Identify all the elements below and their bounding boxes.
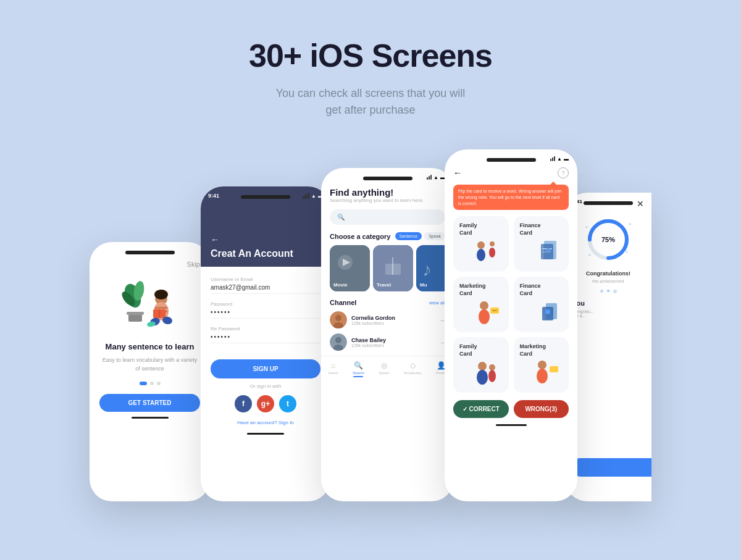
phone-flashcards: 9:41 ▲ ▬ ← ? Flip the card to receive a … [445, 149, 577, 501]
flash-card-1[interactable]: FamilyCard [453, 216, 509, 272]
category-tabs: Sentence Speak [395, 232, 445, 240]
skip-button[interactable]: Skip [187, 261, 200, 268]
svg-point-38 [480, 301, 488, 310]
home-indicator [496, 424, 527, 426]
svg-point-37 [546, 248, 550, 252]
search-bar[interactable]: 🔍 [330, 209, 445, 225]
svg-point-52 [585, 226, 588, 228]
svg-rect-4 [127, 312, 144, 315]
close-button[interactable]: ✕ [637, 199, 644, 209]
have-account-text: Have an account? Sign In [211, 420, 320, 425]
nav-active-indicator [353, 376, 363, 377]
wifi-icon: ▲ [311, 193, 316, 199]
svg-point-45 [478, 362, 487, 370]
flash-card-4[interactable]: FinanceCard [514, 277, 569, 332]
svg-point-47 [489, 364, 495, 370]
channel-name-2: Chase Bailey [351, 337, 435, 343]
home-indicator [247, 433, 284, 435]
nav-speak[interactable]: ◎ Speak [379, 361, 389, 377]
help-button[interactable]: ? [558, 167, 569, 178]
congrats-sub: the achievement [572, 279, 644, 283]
wrong-button[interactable]: WRONG(3) [514, 400, 569, 418]
flash-card-2[interactable]: FinanceCard [514, 216, 569, 272]
search-nav-icon: 🔍 [354, 361, 363, 370]
music-card[interactable]: ♪ Mu [416, 245, 445, 291]
password-field: Password •••••• [211, 301, 320, 319]
nav-home[interactable]: ⌂ Home [329, 361, 338, 377]
sentence-tab[interactable]: Sentence [395, 232, 422, 240]
speak-tab[interactable]: Speak [424, 232, 445, 240]
home-icon: ⌂ [331, 361, 335, 370]
channel-subs-1: 129k subscribers [351, 321, 435, 325]
svg-point-54 [626, 251, 628, 253]
username-field: Username or Email amask27@gmail.com [211, 277, 320, 294]
movie-label: Movie [333, 282, 348, 288]
phone-search: 9:41 ▲ ▬ Find anything! Searching anythi… [321, 168, 454, 501]
page-subtitle: You can check all screens that you will … [276, 85, 466, 119]
wifi-icon: ▲ [557, 156, 562, 162]
back-button[interactable]: ← [453, 168, 462, 178]
vocabulary-icon: ◇ [410, 361, 416, 370]
svg-point-27 [335, 337, 341, 343]
action-button[interactable] [571, 458, 651, 477]
or-text: Or sign in with [211, 383, 320, 389]
flash-card-3[interactable]: MarketingCard [453, 277, 509, 332]
flash-card-6[interactable]: MarketingCard [514, 337, 569, 393]
flash-card-5[interactable]: FamilyCard [453, 337, 509, 393]
svg-point-30 [477, 249, 485, 261]
svg-point-48 [488, 370, 496, 382]
category-section: Choose a category Sentence Speak Movie [321, 232, 454, 291]
status-bar: 9:41 ▲ ▬ [208, 193, 323, 199]
svg-point-32 [489, 248, 495, 257]
svg-rect-8 [155, 307, 167, 309]
you-text: You [572, 299, 644, 307]
channel-section: Channel view all Cornelia Gordon 129k su… [321, 299, 454, 351]
svg-point-29 [477, 241, 485, 249]
phone-onboarding: Skip [90, 242, 210, 501]
view-all-link[interactable]: view all [429, 300, 445, 306]
svg-point-24 [335, 315, 341, 321]
svg-point-49 [538, 361, 546, 369]
phone-congrats: 9:41 ✕ 75% Congratulat [565, 193, 651, 501]
nav-search[interactable]: 🔍 Search [353, 361, 364, 377]
travel-card[interactable]: Travel [373, 245, 413, 291]
back-button[interactable]: ← [211, 235, 320, 244]
dot-2 [150, 382, 154, 385]
signal-icon [303, 193, 309, 199]
channel-item-1: Cornelia Gordon 129k subscribers → [330, 311, 445, 328]
signup-button[interactable]: SIGN UP [211, 359, 320, 378]
svg-point-6 [154, 290, 168, 299]
facebook-button[interactable]: f [235, 395, 252, 412]
phone-signup: 9:41 ▲ ▬ ← Creat An Account Username or … [201, 186, 330, 501]
signal-icon [427, 175, 432, 180]
svg-rect-51 [550, 366, 558, 372]
sign-in-link[interactable]: Sign In [278, 420, 294, 425]
the-a-text: the a... [572, 314, 644, 318]
find-subtitle: Searching anything you want to learn her… [330, 198, 445, 203]
channel-avatar-1 [330, 311, 347, 328]
screens-row: Skip [12, 149, 729, 501]
tooltip-box: Flip the card to receive a word. Wrong a… [453, 185, 569, 210]
dot-3 [157, 382, 161, 385]
category-cards: Movie Travel ♪ Mu [330, 245, 445, 291]
twitter-button[interactable]: t [279, 395, 296, 412]
repassword-field: Re Password •••••• [211, 326, 320, 343]
correct-button[interactable]: ✓ CORRECT [453, 400, 509, 418]
onboard-desc: Easy to learn vocabulary with a variety … [99, 356, 200, 373]
channel-subs-2: 129k subscribers [351, 343, 435, 348]
bottom-nav: ⌂ Home 🔍 Search ◎ Speak ◇ Vocabulary 👤 P… [321, 356, 454, 380]
onboard-title: Many sentence to learn [106, 342, 195, 351]
movie-card[interactable]: Movie [330, 245, 370, 291]
flashcards-grid: FamilyCard FinanceCard [445, 216, 577, 393]
svg-point-31 [490, 241, 495, 246]
status-bar: 9:41 ▲ ▬ [321, 168, 454, 183]
signal-icon [550, 156, 555, 161]
nav-vocabulary[interactable]: ◇ Vocabulary [403, 361, 422, 377]
congrats-desc: Congratu... [572, 309, 644, 314]
get-started-button[interactable]: GET STARTED [99, 394, 200, 412]
onboarding-illustration [119, 277, 181, 333]
find-title: Find anything! [330, 187, 445, 198]
google-button[interactable]: g+ [257, 395, 274, 412]
svg-point-55 [588, 254, 591, 256]
congrats-text: Congratulations! [572, 270, 644, 277]
